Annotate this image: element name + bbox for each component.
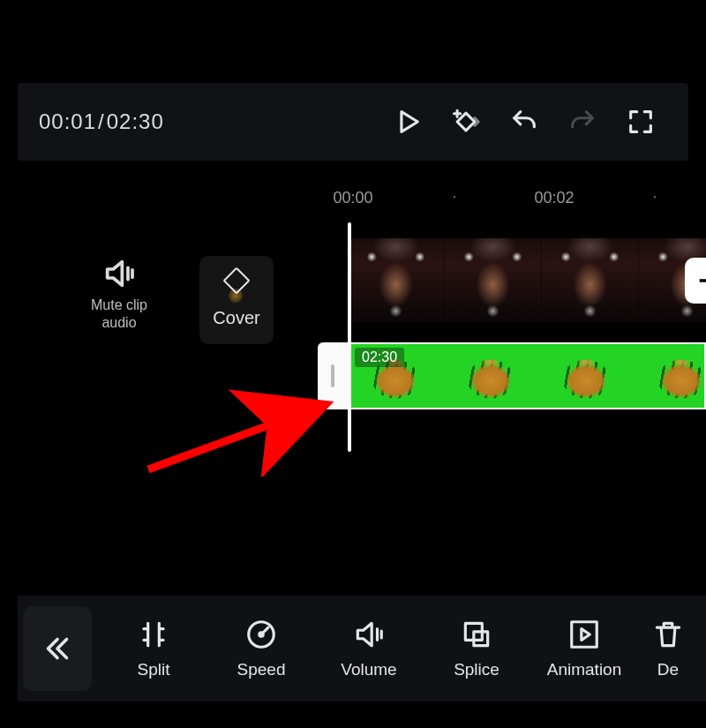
add-keyframe-icon	[451, 107, 481, 137]
delete-icon	[651, 618, 685, 651]
timecode-total: 02:30	[107, 109, 164, 134]
add-clip-button[interactable]	[685, 258, 706, 304]
fullscreen-icon	[626, 107, 656, 137]
redo-button[interactable]	[556, 95, 609, 148]
main-video-track[interactable]	[348, 238, 706, 323]
set-cover-button[interactable]: Cover	[199, 256, 274, 344]
toolbar-back-button[interactable]	[23, 606, 92, 691]
undo-icon	[509, 107, 539, 137]
clip-trim-handle-left[interactable]	[318, 342, 348, 409]
overlay-thumbnail	[443, 344, 538, 408]
clip-thumbnail[interactable]	[542, 238, 639, 323]
tool-delete[interactable]: De	[646, 618, 690, 679]
cover-label: Cover	[213, 308, 259, 328]
speaker-icon	[101, 256, 137, 291]
tool-label: Animation	[547, 660, 622, 679]
overlay-track[interactable]: 02:30	[318, 342, 706, 409]
overlay-clip-duration: 02:30	[355, 348, 404, 367]
overlay-thumbnail	[538, 344, 634, 408]
add-keyframe-button[interactable]	[439, 95, 492, 148]
plus-icon	[695, 268, 706, 293]
timecode-separator: /	[98, 109, 105, 134]
edit-toolbar: Split Speed Volume Splice	[18, 596, 706, 702]
tool-label: Split	[138, 660, 170, 679]
video-editor-frame: 00:01 / 02:30 00:00 ·	[0, 0, 706, 728]
tool-label: Volume	[341, 660, 396, 679]
tool-split[interactable]: Split	[108, 618, 199, 679]
animation-icon	[567, 618, 601, 651]
tool-speed[interactable]: Speed	[215, 618, 307, 679]
splice-icon	[460, 618, 493, 651]
tool-animation[interactable]: Animation	[538, 618, 630, 679]
undo-button[interactable]	[498, 95, 551, 148]
clip-thumbnail[interactable]	[348, 238, 445, 323]
ruler-dot: ·	[453, 189, 456, 205]
svg-rect-5	[572, 622, 597, 648]
volume-icon	[352, 618, 386, 651]
mute-label: Mute clip audio	[91, 296, 147, 332]
cover-edit-icon	[222, 273, 252, 303]
chevrons-left-icon	[41, 633, 73, 664]
tool-volume[interactable]: Volume	[323, 618, 415, 679]
tool-label: Speed	[237, 660, 286, 679]
clip-thumbnail[interactable]	[445, 238, 542, 323]
timeline-ruler: 00:00 · 00:02 ·	[318, 189, 688, 224]
svg-point-2	[259, 633, 263, 636]
tool-label: Splice	[454, 660, 499, 679]
tool-label: De	[657, 660, 679, 679]
play-icon	[393, 107, 423, 137]
ruler-tick-0: 00:00	[333, 189, 372, 207]
redo-icon	[567, 107, 597, 137]
tool-splice[interactable]: Splice	[431, 618, 522, 679]
fullscreen-button[interactable]	[614, 95, 667, 148]
overlay-thumbnail	[634, 344, 706, 408]
svg-line-0	[148, 404, 327, 469]
ruler-tick-1: 00:02	[534, 189, 574, 207]
ruler-dot: ·	[653, 189, 657, 205]
timeline-tracks[interactable]: 02:30	[318, 238, 706, 409]
mute-clip-audio-button[interactable]: Mute clip audio	[79, 256, 159, 332]
split-icon	[137, 618, 170, 651]
speed-icon	[244, 618, 278, 651]
timecode-display: 00:01 / 02:30	[39, 109, 164, 134]
play-button[interactable]	[381, 95, 434, 148]
playback-bar: 00:01 / 02:30	[18, 83, 688, 161]
timecode-current: 00:01	[39, 109, 96, 134]
